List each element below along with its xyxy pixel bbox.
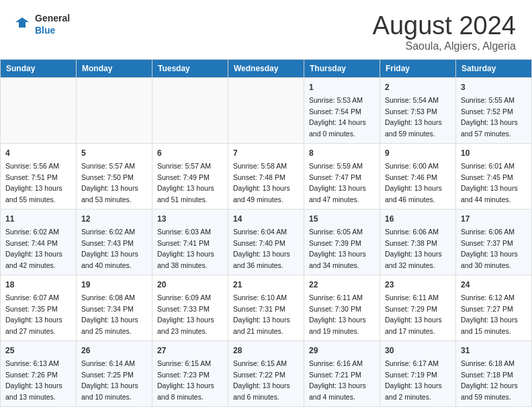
day-info-line: Daylight: 13 hours — [385, 316, 442, 324]
day-info-line: and 13 minutes. — [5, 393, 56, 401]
day-number: 7 — [233, 147, 299, 159]
weekday-header-saturday: Saturday — [456, 59, 532, 77]
day-number: 12 — [81, 213, 147, 225]
day-info-line: Daylight: 13 hours — [157, 381, 214, 390]
day-info-line: Daylight: 13 hours — [309, 250, 366, 258]
day-number: 21 — [233, 279, 299, 291]
weekday-header-monday: Monday — [77, 59, 152, 77]
day-info-line: Sunrise: 6:16 AM — [309, 359, 363, 367]
day-info-line: Sunrise: 6:10 AM — [233, 293, 287, 302]
day-info-line: Sunrise: 5:56 AM — [5, 162, 59, 170]
day-number: 18 — [5, 279, 71, 291]
day-info-line: Sunrise: 6:15 AM — [233, 359, 287, 367]
calendar-cell: 6Sunrise: 5:57 AMSunset: 7:49 PMDaylight… — [152, 143, 228, 209]
day-info-line: and 17 minutes. — [385, 327, 435, 335]
day-info-line: Daylight: 13 hours — [233, 184, 290, 192]
day-info-line: and 46 minutes. — [385, 195, 435, 203]
day-number: 29 — [309, 345, 375, 357]
day-info-line: Sunrise: 6:02 AM — [5, 228, 59, 236]
day-info-line: Sunrise: 5:58 AM — [233, 162, 287, 170]
calendar-cell: 31Sunrise: 6:18 AMSunset: 7:18 PMDayligh… — [456, 340, 532, 406]
calendar-cell: 28Sunrise: 6:15 AMSunset: 7:22 PMDayligh… — [228, 340, 304, 406]
calendar-cell: 16Sunrise: 6:06 AMSunset: 7:38 PMDayligh… — [380, 209, 456, 275]
weekday-header-row: SundayMondayTuesdayWednesdayThursdayFrid… — [1, 59, 532, 77]
calendar-cell: 15Sunrise: 6:05 AMSunset: 7:39 PMDayligh… — [304, 209, 380, 275]
day-info-line: Daylight: 13 hours — [5, 316, 62, 324]
day-info-line: and 49 minutes. — [233, 195, 283, 203]
day-info-line: and 8 minutes. — [157, 393, 204, 401]
title-block: August 2024 Saoula, Algiers, Algeria — [373, 12, 516, 52]
month-title: August 2024 — [373, 12, 516, 40]
calendar-cell: 18Sunrise: 6:07 AMSunset: 7:35 PMDayligh… — [1, 275, 77, 340]
day-info-line: Daylight: 13 hours — [309, 184, 366, 192]
day-info-line: and 57 minutes. — [461, 130, 511, 138]
day-info-line: and 34 minutes. — [309, 261, 359, 269]
day-info-line: Daylight: 13 hours — [385, 381, 442, 390]
calendar-cell: 1Sunrise: 5:53 AMSunset: 7:54 PMDaylight… — [304, 77, 380, 143]
logo: General Blue — [12, 12, 70, 36]
day-info-line: Sunset: 7:35 PM — [5, 305, 58, 313]
day-number: 1 — [309, 81, 375, 93]
day-info-line: and 19 minutes. — [309, 327, 359, 335]
day-info-line: Sunset: 7:41 PM — [157, 239, 210, 247]
day-info-line: Daylight: 13 hours — [461, 250, 518, 258]
calendar-cell: 23Sunrise: 6:11 AMSunset: 7:29 PMDayligh… — [380, 275, 456, 340]
day-info-line: Sunrise: 6:12 AM — [461, 293, 515, 302]
day-number: 19 — [81, 279, 147, 291]
day-info-line: and 27 minutes. — [5, 327, 56, 335]
calendar-cell — [152, 77, 228, 143]
day-info-line: and 59 minutes. — [461, 393, 511, 401]
day-info-line: Sunrise: 6:07 AM — [5, 293, 59, 302]
day-info-line: Sunrise: 5:54 AM — [385, 96, 439, 104]
day-info-line: Sunset: 7:26 PM — [5, 371, 58, 379]
day-info-line: and 23 minutes. — [157, 327, 208, 335]
weekday-header-friday: Friday — [380, 59, 456, 77]
day-info-line: Sunset: 7:30 PM — [309, 305, 361, 313]
day-info-line: Sunset: 7:21 PM — [309, 371, 361, 379]
calendar-cell: 4Sunrise: 5:56 AMSunset: 7:51 PMDaylight… — [1, 143, 77, 209]
calendar-cell: 14Sunrise: 6:04 AMSunset: 7:40 PMDayligh… — [228, 209, 304, 275]
day-info-line: Sunset: 7:50 PM — [81, 173, 134, 181]
day-info-line: and 10 minutes. — [81, 393, 132, 401]
day-info-line: and 42 minutes. — [5, 261, 56, 269]
weekday-header-thursday: Thursday — [304, 59, 380, 77]
day-info-line: Daylight: 13 hours — [81, 381, 138, 390]
day-info-line: and 53 minutes. — [81, 195, 132, 203]
day-info-line: Sunrise: 6:11 AM — [309, 293, 363, 302]
week-row-5: 25Sunrise: 6:13 AMSunset: 7:26 PMDayligh… — [1, 340, 532, 406]
day-number: 9 — [385, 147, 451, 159]
day-number: 15 — [309, 213, 375, 225]
day-info-line: Sunset: 7:29 PM — [385, 305, 437, 313]
day-info-line: Sunset: 7:37 PM — [461, 239, 513, 247]
calendar-cell: 7Sunrise: 5:58 AMSunset: 7:48 PMDaylight… — [228, 143, 304, 209]
day-info-line: and 6 minutes. — [233, 393, 279, 401]
day-info-line: Sunset: 7:53 PM — [385, 107, 437, 116]
day-info-line: Daylight: 13 hours — [5, 250, 62, 258]
day-info-line: Sunrise: 6:06 AM — [385, 228, 439, 236]
calendar-cell: 3Sunrise: 5:55 AMSunset: 7:52 PMDaylight… — [456, 77, 532, 143]
day-info-line: Sunrise: 5:57 AM — [157, 162, 211, 170]
day-info-line: Sunset: 7:47 PM — [309, 173, 361, 181]
day-number: 20 — [157, 279, 223, 291]
calendar-cell: 20Sunrise: 6:09 AMSunset: 7:33 PMDayligh… — [152, 275, 228, 340]
weekday-header-sunday: Sunday — [1, 59, 77, 77]
day-info-line: Sunset: 7:48 PM — [233, 173, 285, 181]
calendar-cell — [77, 77, 152, 143]
day-info-line: Daylight: 13 hours — [157, 184, 214, 192]
day-info-line: and 15 minutes. — [461, 327, 511, 335]
day-info-line: Daylight: 13 hours — [157, 316, 214, 324]
day-info-line: Daylight: 13 hours — [461, 316, 518, 324]
day-number: 3 — [461, 81, 527, 93]
calendar-cell: 5Sunrise: 5:57 AMSunset: 7:50 PMDaylight… — [77, 143, 152, 209]
day-info-line: Sunrise: 5:57 AM — [81, 162, 135, 170]
day-info-line: Sunset: 7:45 PM — [461, 173, 513, 181]
calendar-cell — [228, 77, 304, 143]
day-info-line: Daylight: 13 hours — [81, 184, 138, 192]
day-number: 17 — [461, 213, 527, 225]
day-info-line: Sunrise: 6:02 AM — [81, 228, 135, 236]
weekday-header-wednesday: Wednesday — [228, 59, 304, 77]
day-info-line: Daylight: 13 hours — [5, 184, 62, 192]
calendar-cell: 17Sunrise: 6:06 AMSunset: 7:37 PMDayligh… — [456, 209, 532, 275]
day-info-line: Sunset: 7:34 PM — [81, 305, 134, 313]
day-info-line: Sunrise: 6:08 AM — [81, 293, 135, 302]
